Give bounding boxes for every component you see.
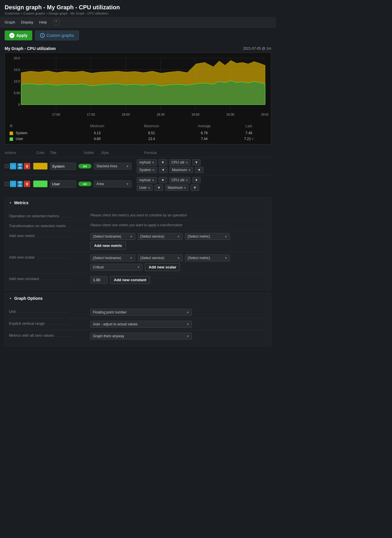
color-swatch-user[interactable] (33, 180, 48, 187)
form-value-add-scalar: (Select hostname) ▼ (Select service) ▼ (… (90, 254, 267, 271)
formula-dim-chip-user: User ✕ (137, 184, 153, 191)
legend-table: ≡ Minimum Maximum Average Last System 4.… (7, 122, 269, 142)
chip-x-consol-system[interactable]: ✕ (188, 168, 190, 172)
title-input-user[interactable] (50, 180, 76, 188)
chevron-down-icon: ▼ (224, 235, 227, 238)
copy-btn-user[interactable]: □ (10, 181, 16, 187)
legend-header-minimum: Minimum (71, 122, 124, 130)
arrow-down-system[interactable]: ▼ (17, 166, 23, 169)
add-scalar-button[interactable]: Add new scalar (145, 263, 180, 271)
metric-service-select[interactable]: (Select service) ▼ (138, 233, 183, 240)
copy-btn-system[interactable]: □ (10, 163, 16, 169)
formula-metric-select-user[interactable]: ▼ (192, 177, 201, 183)
legend-last-user: 7.21 // (229, 136, 269, 142)
chevron-down-icon: ▼ (186, 335, 189, 338)
graph-svg: 20.0 15.0 10.0 5.00 0 17:00 17:30 18:00 … (7, 55, 269, 119)
scalar-type-select[interactable]: Critical ▼ (90, 264, 143, 271)
metric-metric-select[interactable]: (Select metric) ▼ (185, 233, 230, 240)
graph-options-triangle-icon: ▼ (9, 297, 12, 300)
metrics-section-header[interactable]: ▼ Metrics (5, 198, 271, 208)
scalar-service-select[interactable]: (Select service) ▼ (138, 254, 183, 261)
formula-dim-select-user[interactable]: ▼ (154, 184, 163, 191)
visible-toggle-user[interactable]: on (78, 182, 91, 186)
formula-consol-chip-system: Maximum ✕ (169, 167, 193, 173)
visible-toggle-system[interactable]: on (78, 164, 91, 168)
form-value-transformation: Please check one metric you want to appl… (90, 223, 267, 227)
color-swatch-system[interactable] (33, 163, 48, 170)
formula-row-1-user: myhost ✕ ▼ CPU util ✕ ▼ (137, 177, 271, 183)
graph-options-header[interactable]: ▼ Graph Options (5, 293, 271, 304)
delete-btn-system[interactable]: 🗑 (24, 163, 30, 169)
form-row-add-constant: Add new constant .......................… (9, 273, 267, 286)
chip-x-host-user[interactable]: ✕ (152, 179, 154, 182)
chip-x-metric-system[interactable]: ✕ (186, 161, 188, 164)
toolbar: ✓ Apply i Custom graphs (0, 28, 276, 43)
metrics-section-body: Operation on selected metrics ..........… (5, 208, 271, 290)
col-header-actions: Actions (5, 151, 31, 155)
add-constant-button[interactable]: Add new constant (110, 276, 150, 284)
metrics-section-title: Metrics (14, 200, 28, 205)
form-label-add-constant: Add new constant .......................… (9, 276, 90, 281)
vertical-range-select[interactable]: Auto - adjust to actual values ▼ (90, 321, 192, 328)
legend-row-user: User 4.80 13.4 7.44 7.21 // (7, 136, 269, 142)
zero-values-select[interactable]: Graph them anyway ▼ (90, 333, 192, 340)
nav-chevron-icon[interactable]: ⌃ (53, 19, 60, 26)
custom-graphs-button[interactable]: i Custom graphs (35, 31, 79, 40)
legend-min-system: 4.13 (71, 130, 124, 136)
arrow-up-system[interactable]: ▲ (17, 163, 23, 166)
check-icon: ✓ (9, 33, 15, 38)
formula-consol-select-system[interactable]: ▼ (195, 167, 204, 173)
form-label-zero-values: Metrics with all zero values ...........… (9, 333, 90, 338)
nav-bar: Graph Display Help ⌃ (0, 17, 276, 28)
formula-host-select-user[interactable]: ▼ (159, 177, 167, 183)
style-select-user[interactable]: Area ▼ (94, 180, 132, 187)
form-label-unit: Unit ...................................… (9, 309, 90, 314)
add-metric-button-row: Add new metric (90, 242, 267, 250)
style-select-system[interactable]: Stacked Area ▼ (94, 163, 132, 170)
form-row-add-scalar: Add new scalar .........................… (9, 252, 267, 273)
transformation-hint: Please check one metric you want to appl… (90, 223, 267, 227)
chip-x-host-system[interactable]: ✕ (152, 161, 154, 164)
unit-select[interactable]: Floating point number ▼ (90, 309, 192, 316)
action-btns-user: □ ▲ ▼ 🗑 (5, 181, 31, 187)
graph-timestamp: 2021-07-05 @ 1m (243, 46, 271, 51)
form-value-add-constant: Add new constant (90, 276, 267, 284)
checkbox-system[interactable] (5, 164, 9, 168)
form-row-transformation: Transformation on selected metric ... Pl… (9, 220, 267, 230)
svg-text:15.0: 15.0 (14, 68, 20, 71)
title-input-system[interactable] (50, 163, 76, 170)
metric-hostname-select[interactable]: (Select hostname) ▼ (90, 233, 135, 240)
add-metric-button[interactable]: Add new metric (90, 242, 126, 250)
legend-header-last: Last (229, 122, 269, 130)
form-value-zero-values: Graph them anyway ▼ (90, 333, 267, 340)
legend-header-name: ≡ (7, 122, 71, 130)
apply-button[interactable]: ✓ Apply (5, 31, 32, 40)
formula-metric-select-system[interactable]: ▼ (192, 159, 201, 166)
checkbox-user[interactable] (5, 182, 9, 186)
formula-row-2-system: System ✕ ▼ Maximum ✕ ▼ (137, 167, 271, 173)
nav-graph[interactable]: Graph (5, 20, 15, 24)
chevron-down-icon-user: ▼ (126, 182, 129, 186)
chip-x-dim-user[interactable]: ✕ (148, 186, 150, 189)
arrow-down-user[interactable]: ▼ (17, 184, 23, 187)
scalar-hostname-select[interactable]: (Select hostname) ▼ (90, 254, 135, 261)
form-label-vertical-range: Explicit vertical range ................… (9, 321, 90, 326)
graph-options-body: Unit ...................................… (5, 304, 271, 346)
svg-text:18:00: 18:00 (122, 113, 130, 116)
chip-x-dim-system[interactable]: ✕ (152, 168, 154, 172)
formula-host-select-system[interactable]: ▼ (159, 159, 167, 166)
formula-consol-select-user[interactable]: ▼ (190, 184, 199, 191)
data-rows-section: Actions Color Title Visible Style Formul… (0, 147, 276, 195)
form-value-add-metric: (Select hostname) ▼ (Select service) ▼ (… (90, 233, 267, 250)
form-value-operation: Please check the metrics you want to com… (90, 213, 267, 217)
delete-btn-user[interactable]: 🗑 (24, 181, 30, 187)
arrow-up-user[interactable]: ▲ (17, 181, 23, 184)
nav-help[interactable]: Help (39, 20, 47, 24)
scalar-metric-select[interactable]: (Select metric) ▼ (185, 254, 230, 261)
chip-x-consol-user[interactable]: ✕ (184, 186, 186, 189)
svg-text:10.0: 10.0 (14, 80, 20, 83)
formula-dim-select-system[interactable]: ▼ (159, 167, 168, 173)
constant-value-input[interactable] (90, 276, 108, 284)
chip-x-metric-user[interactable]: ✕ (186, 179, 188, 182)
nav-display[interactable]: Display (21, 20, 33, 24)
